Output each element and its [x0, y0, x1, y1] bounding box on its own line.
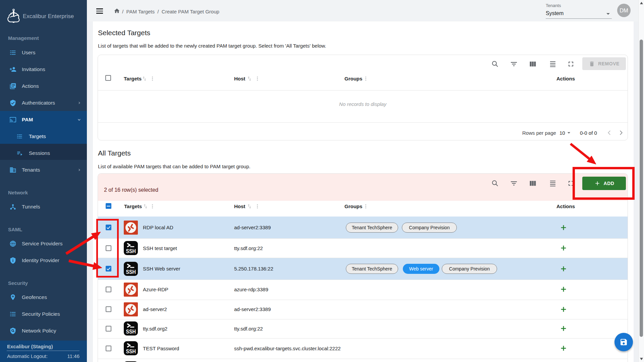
svg-text:SSH: SSH [126, 348, 136, 354]
svg-text:SSH: SSH [126, 269, 136, 275]
svg-text:SSH: SSH [126, 328, 136, 335]
svg-text:SSH: SSH [126, 248, 136, 254]
